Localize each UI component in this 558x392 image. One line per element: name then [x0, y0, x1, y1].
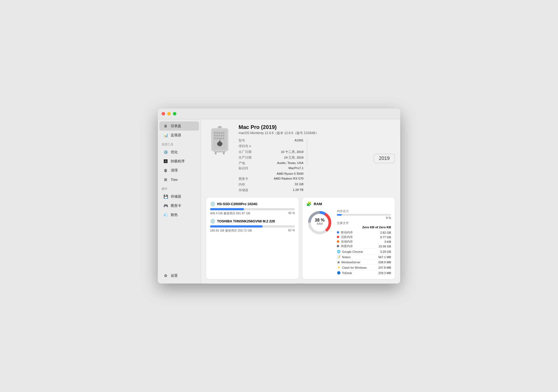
ram-legend: 联动内存 2.82 GB 活跃内存 9.77 GB — [337, 230, 391, 248]
spec-label: 生产日期 — [239, 156, 252, 160]
monitor-icon: 📊 — [163, 133, 168, 138]
svg-point-11 — [223, 132, 224, 134]
svg-point-21 — [223, 138, 224, 139]
spec-row: AMD Ryzen 5 5500 — [239, 172, 304, 176]
pressure-pct: 9 % — [337, 216, 391, 219]
legend-left: 活跃内存 — [337, 235, 353, 239]
storage-used-1: 406.4 GB 被使用共 991.87 GB — [210, 211, 250, 215]
svg-point-15 — [221, 135, 222, 136]
storage-drive-name: HS-SSD-C2000Pro 1024G — [217, 202, 257, 206]
spec-value: Austin, Texas, USA — [277, 161, 304, 165]
svg-point-13 — [216, 135, 218, 136]
storage-card: 💿 HS-SSD-C2000Pro 1024G 406.4 GB 被使用共 99… — [206, 198, 299, 279]
legend-row-1: 活跃内存 9.77 GB — [337, 235, 391, 239]
spec-row: 出厂日期 10 十二月, 2019 — [239, 149, 304, 155]
sidebar-item-settings[interactable]: ⚙ 设置 — [159, 271, 199, 280]
spec-label: 存储器 — [239, 188, 248, 192]
svg-point-16 — [223, 135, 224, 136]
sidebar-item-trim[interactable]: ⊞ Trim — [159, 175, 199, 184]
spec-row: 存储器 1.28 TB — [239, 188, 304, 193]
sidebar-item-gpu[interactable]: 🎮 图形卡 — [159, 201, 199, 210]
sidebar-item-clean[interactable]: 🗑 清理 — [159, 166, 199, 175]
divider — [307, 138, 307, 166]
storage-bar-1 — [210, 208, 295, 210]
svg-point-18 — [216, 138, 218, 139]
storage-used-2: 160.81 GB 被使用共 255.72 GB — [210, 229, 252, 233]
sidebar-item-monitor[interactable]: 📊 监视器 — [159, 131, 199, 140]
svg-point-8 — [216, 132, 218, 134]
specs-col-right: 标识符 MacPro7,1 AMD Ryzen 5 5500 图形卡 AMD R… — [239, 166, 304, 193]
sidebar-label: 存储器 — [171, 194, 181, 199]
minimize-button[interactable] — [167, 112, 171, 116]
sidebar-label: 设置 — [171, 273, 178, 278]
pressure-bar — [337, 214, 391, 216]
legend-val-2: 0 KB — [385, 240, 391, 243]
app-icon: 📝 — [337, 255, 341, 259]
storage-label-1: 406.4 GB 被使用共 991.87 GB 40 % — [210, 211, 295, 215]
storage-label-2: 160.81 GB 被使用共 255.72 GB 62 % — [210, 229, 295, 233]
app-row-4: 🔵 ToDesk 229.3 MB — [337, 270, 391, 275]
close-button[interactable] — [162, 112, 165, 116]
app-row-3: ⚡ Clash for Windows 247.8 MB — [337, 265, 391, 270]
storage-bar-fill-1 — [210, 208, 244, 210]
spec-value: 1.28 TB — [293, 188, 304, 192]
storage-item-1: 💿 HS-SSD-C2000Pro 1024G 406.4 GB 被使用共 99… — [210, 201, 295, 215]
legend-val-0: 2.82 GB — [380, 231, 391, 234]
legend-left: 联动内存 — [337, 230, 353, 234]
legend-left: 压缩内存 — [337, 240, 353, 244]
gpu-card: 🟥 AMD Radeon RX 570 温度 — [302, 283, 395, 284]
svg-rect-4 — [219, 126, 221, 127]
app-val-0: 3.29 GB — [380, 250, 391, 253]
specs-col-left: 型号 A1991 序列号 # 出厂日期 10 十二月, 2019 — [239, 138, 304, 166]
sidebar-label: 图形卡 — [171, 203, 181, 208]
app-val-2: 538.9 MB — [378, 261, 391, 264]
legend-val-3: 19.38 GB — [379, 245, 391, 248]
ram-card: 🧩 RAM — [302, 198, 395, 279]
pressure-bar-fill — [337, 214, 342, 216]
ram-icon: 🧩 — [306, 201, 312, 206]
sidebar-item-uninstall[interactable]: 🅰 卸载程序 — [159, 157, 199, 166]
app-name: ⚡ Clash for Windows — [337, 266, 367, 269]
section-label-utils: 实用工具 — [158, 140, 201, 148]
specs-grid: 型号 A1991 序列号 # 出厂日期 10 十二月, 2019 — [239, 138, 368, 193]
legend-dot — [337, 236, 339, 238]
sidebar-item-storage[interactable]: 💾 存储器 — [159, 192, 199, 201]
uninstall-icon: 🅰 — [163, 159, 168, 164]
gpu-icon: 🎮 — [163, 203, 168, 208]
sidebar-label: 清理 — [171, 168, 178, 173]
ram-content: 38 % RAM 内存压力 9 % 交换文件 Zero KB of Zero K — [306, 209, 391, 275]
sidebar-label: 优化 — [171, 150, 178, 155]
app-name: 🖥 WindowServer — [337, 261, 361, 264]
app-icon: 🖥 — [337, 261, 340, 264]
spec-label: 型号 — [239, 139, 245, 143]
spec-value: 32 GB — [295, 183, 304, 187]
app-name: 🌐 Google Chrome — [337, 250, 363, 253]
machine-os: macOS Monterey 12.6.6（版本 12.6.6（版号 21G64… — [239, 131, 368, 135]
sidebar-item-optimize[interactable]: ⚙️ 优化 — [159, 148, 199, 157]
sidebar-bottom: ⚙ 设置 — [158, 271, 201, 284]
spec-label: 内存 — [239, 183, 245, 187]
storage-item-header-2: 💿 TOSHIBA THNSNK256GVN8 M.2 228 — [210, 219, 295, 224]
sidebar-item-label: 仪表盘 — [171, 124, 181, 128]
spec-row: 产地 Austin, Texas, USA — [239, 161, 304, 166]
app-name: 📝 Notion — [337, 255, 351, 259]
sidebar-item-cooling[interactable]: 💨 散热 — [159, 210, 199, 219]
machine-details: Mac Pro (2019) macOS Monterey 12.6.6（版本 … — [239, 124, 368, 193]
storage-item-2: 💿 TOSHIBA THNSNK256GVN8 M.2 228 160.81 G… — [210, 219, 295, 233]
legend-val-1: 9.77 GB — [380, 236, 391, 239]
svg-text:38 %: 38 % — [315, 218, 325, 222]
spec-value: MacPro7,1 — [288, 166, 304, 170]
svg-point-10 — [221, 132, 222, 134]
storage-icon: 💾 — [163, 194, 168, 199]
app-icon: 🔵 — [337, 271, 341, 275]
storage-bar-2 — [210, 225, 295, 228]
spec-row: 生产日期 24 三月, 2019 — [239, 155, 304, 160]
sidebar-item-dashboard[interactable]: 🖥 仪表盘 — [159, 121, 199, 131]
spec-label: 标识符 — [239, 166, 248, 170]
svg-point-9 — [218, 132, 220, 134]
ram-title: RAM — [314, 202, 322, 206]
spec-label: 图形卡 — [239, 177, 248, 181]
pressure-label: 内存压力 — [337, 209, 391, 213]
fullscreen-button[interactable] — [173, 112, 176, 116]
section-label-hardware: 硬件 — [158, 184, 201, 192]
